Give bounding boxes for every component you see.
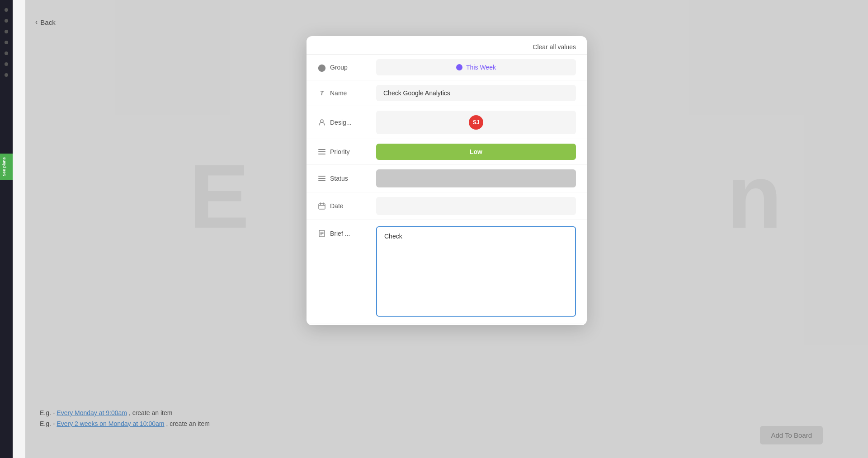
date-value-display	[376, 197, 576, 215]
designer-icon	[317, 119, 326, 126]
sidebar-dot-6	[5, 62, 8, 66]
name-label-container: T Name	[317, 89, 376, 97]
svg-rect-3	[318, 154, 326, 154]
svg-rect-7	[319, 204, 325, 209]
date-label: Date	[330, 202, 344, 210]
item-dialog: Clear all values ⬤ Group This Week T	[307, 36, 587, 325]
priority-row[interactable]: Priority Low	[307, 139, 587, 165]
asset-row[interactable]: Asset ...	[307, 323, 587, 325]
status-icon	[317, 176, 326, 181]
group-text: This Week	[466, 64, 496, 71]
name-label: Name	[330, 89, 347, 97]
name-icon: T	[317, 89, 326, 97]
sidebar-dot-7	[5, 73, 8, 77]
sidebar-dot-5	[5, 51, 8, 55]
brief-icon	[317, 230, 326, 237]
designer-value-display: SJ	[376, 111, 576, 134]
see-plans-link[interactable]: See plans	[0, 154, 13, 180]
group-row[interactable]: ⬤ Group This Week	[307, 55, 587, 80]
date-label-container: Date	[317, 202, 376, 210]
priority-value-display: Low	[376, 144, 576, 160]
group-icon: ⬤	[317, 63, 326, 72]
brief-textarea[interactable]: Check	[376, 226, 576, 317]
group-value-display: This Week	[376, 59, 576, 75]
designer-avatar: SJ	[469, 115, 483, 130]
sidebar-dot-1	[5, 8, 8, 12]
brief-label-container: Brief ...	[317, 226, 376, 237]
status-value[interactable]	[376, 169, 576, 187]
main-content: ‹ Back E n E.g. - Every Monday at 9:00am…	[13, 0, 868, 458]
brief-row: Brief ... Check	[307, 220, 587, 323]
designer-value[interactable]: SJ	[376, 111, 576, 134]
clear-all-values[interactable]: Clear all values	[307, 36, 587, 55]
sidebar-dot-3	[5, 30, 8, 33]
brief-value[interactable]: Check	[376, 226, 576, 318]
status-label: Status	[330, 175, 348, 182]
svg-point-0	[321, 120, 323, 122]
priority-label: Priority	[330, 148, 350, 155]
svg-rect-2	[318, 151, 326, 152]
sidebar: See plans	[0, 0, 13, 458]
status-label-container: Status	[317, 175, 376, 182]
name-row: T Name	[307, 80, 587, 106]
date-row[interactable]: Date	[307, 192, 587, 220]
svg-rect-1	[318, 149, 326, 150]
priority-icon	[317, 149, 326, 154]
svg-rect-4	[318, 176, 326, 177]
priority-value[interactable]: Low	[376, 144, 576, 160]
status-value-display	[376, 169, 576, 187]
status-row[interactable]: Status	[307, 165, 587, 192]
svg-rect-6	[318, 180, 326, 181]
priority-label-container: Priority	[317, 148, 376, 155]
group-value[interactable]: This Week	[376, 59, 576, 75]
designer-label: Desig...	[330, 119, 351, 126]
designer-label-container: Desig...	[317, 119, 376, 126]
group-dot	[456, 64, 462, 70]
svg-rect-5	[318, 178, 326, 179]
date-value[interactable]	[376, 197, 576, 215]
name-input[interactable]	[376, 85, 576, 101]
brief-label: Brief ...	[330, 230, 350, 237]
group-label: Group	[330, 64, 348, 71]
name-value[interactable]	[376, 85, 576, 101]
group-label-container: ⬤ Group	[317, 63, 376, 72]
dialog-overlay: Clear all values ⬤ Group This Week T	[25, 0, 868, 458]
sidebar-dot-2	[5, 19, 8, 23]
designer-row[interactable]: Desig... SJ	[307, 106, 587, 139]
calendar-icon	[317, 202, 326, 210]
sidebar-dot-4	[5, 41, 8, 44]
